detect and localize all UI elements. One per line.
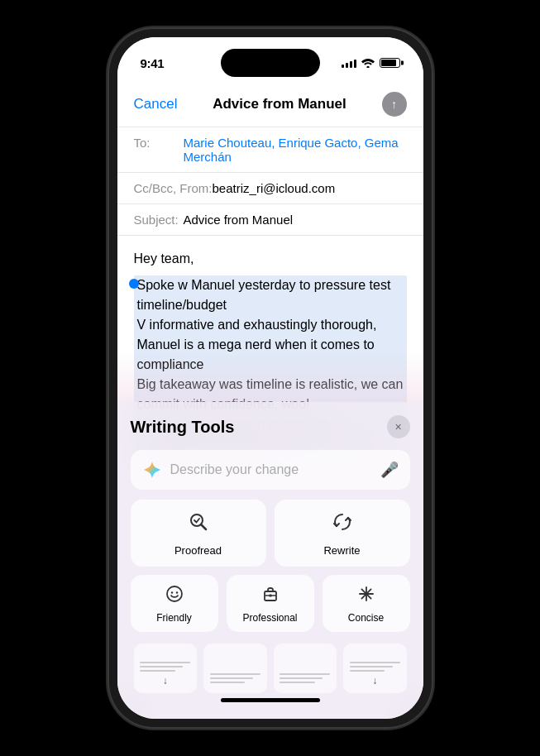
wifi-icon	[361, 58, 375, 68]
rewrite-button[interactable]: Rewrite	[275, 500, 410, 567]
send-button[interactable]: ↑	[382, 92, 407, 117]
close-button[interactable]: ×	[387, 415, 410, 438]
to-field-row: To: Marie Chouteau, Enrique Gacto, Gema …	[117, 127, 423, 173]
thumb-lines-2	[210, 673, 260, 683]
friendly-button[interactable]: Friendly	[131, 575, 218, 632]
thumb-arrow-1: ↓	[163, 675, 168, 687]
concise-button[interactable]: Concise	[323, 575, 410, 632]
describe-change-input[interactable]: Describe your change 🎤	[131, 450, 410, 490]
thumbnail-3[interactable]	[274, 644, 337, 693]
thumbnail-1[interactable]: ↓	[134, 644, 198, 693]
thumbnail-4[interactable]: ↓	[343, 644, 407, 693]
signal-icon	[342, 58, 356, 68]
rewrite-icon	[332, 511, 353, 538]
subject-field-row: Subject: Advice from Manuel	[117, 204, 423, 236]
phone-frame: 9:41 Canc	[109, 29, 432, 727]
status-icons	[342, 58, 400, 68]
dynamic-island	[221, 49, 320, 77]
cancel-button[interactable]: Cancel	[134, 96, 178, 112]
tool-buttons-row1: Proofread Rewrite	[131, 500, 410, 567]
svg-point-5	[175, 591, 177, 593]
writing-tools-panel: Writing Tools ×	[117, 402, 423, 719]
svg-rect-8	[269, 595, 271, 597]
home-indicator	[221, 698, 320, 702]
thumb-arrow-4: ↓	[372, 675, 377, 687]
selection-handle	[129, 279, 139, 289]
to-label: To:	[134, 136, 184, 150]
phone-wrapper: 9:41 Canc	[0, 0, 540, 756]
concise-label: Concise	[348, 612, 384, 624]
writing-tools-icon	[142, 460, 162, 480]
rewrite-label: Rewrite	[323, 544, 360, 557]
compose-title: Advice from Manuel	[213, 96, 346, 112]
compose-header: Cancel Advice from Manuel ↑	[117, 79, 423, 127]
proofread-icon	[188, 511, 209, 538]
professional-button[interactable]: Professional	[227, 575, 314, 632]
email-greeting: Hey team,	[134, 249, 407, 269]
cc-value[interactable]: beatriz_ri@icloud.com	[213, 181, 407, 195]
status-time: 9:41	[141, 56, 165, 70]
svg-point-13	[365, 592, 368, 596]
battery-icon	[380, 58, 400, 68]
panel-header: Writing Tools ×	[131, 415, 410, 438]
phone-screen: 9:41 Canc	[117, 37, 423, 719]
mic-icon[interactable]: 🎤	[380, 461, 399, 479]
to-value[interactable]: Marie Chouteau, Enrique Gacto, Gema Merc…	[184, 136, 407, 164]
thumb-lines-4	[350, 662, 400, 672]
subject-label: Subject:	[134, 213, 184, 227]
proofread-button[interactable]: Proofread	[131, 500, 266, 567]
professional-icon	[261, 585, 280, 607]
svg-point-3	[167, 586, 182, 601]
bottom-thumbnails: ↓	[131, 644, 410, 693]
tool-buttons-row2: Friendly Professional	[131, 575, 410, 632]
close-icon: ×	[394, 420, 401, 433]
thumbnail-2[interactable]	[203, 644, 267, 693]
proofread-label: Proofread	[174, 544, 222, 557]
professional-label: Professional	[242, 612, 297, 624]
thumb-lines-3	[280, 673, 330, 683]
concise-icon	[357, 585, 375, 607]
svg-point-0	[366, 66, 369, 68]
send-icon: ↑	[391, 98, 397, 111]
panel-title: Writing Tools	[131, 418, 235, 437]
svg-point-4	[170, 591, 172, 593]
cc-label: Cc/Bcc, From:	[134, 181, 213, 195]
thumb-lines-1	[140, 662, 190, 672]
friendly-label: Friendly	[156, 612, 192, 624]
friendly-icon	[165, 585, 184, 607]
subject-value[interactable]: Advice from Manuel	[184, 213, 407, 227]
cc-field-row: Cc/Bcc, From: beatriz_ri@icloud.com	[117, 173, 423, 204]
svg-line-2	[201, 524, 206, 529]
describe-change-placeholder: Describe your change	[170, 462, 372, 477]
